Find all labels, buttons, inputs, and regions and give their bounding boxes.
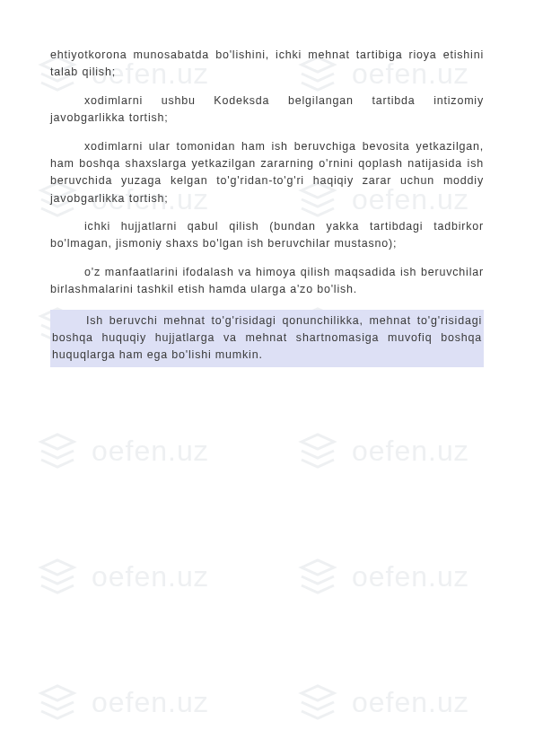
paragraph: ichki hujjatlarni qabul qilish (bundan y… — [50, 218, 484, 253]
watermark-text: oefen.uz — [92, 435, 209, 468]
watermark-text: oefen.uz — [92, 560, 209, 593]
stack-icon — [36, 429, 79, 472]
watermark-text: oefen.uz — [352, 560, 469, 593]
paragraph: ehtiyotkorona munosabatda bo'lishini, ic… — [50, 47, 484, 82]
watermark-text: oefen.uz — [352, 686, 469, 719]
stack-icon — [296, 681, 339, 724]
stack-icon — [296, 429, 339, 472]
highlighted-paragraph: Ish beruvchi mehnat to'g'risidagi qonunc… — [50, 310, 484, 367]
document-content: ehtiyotkorona munosabatda bo'lishini, ic… — [0, 0, 534, 367]
stack-icon — [296, 555, 339, 598]
watermark-text: oefen.uz — [352, 435, 469, 468]
stack-icon — [36, 681, 79, 724]
paragraph: xodimlarni ushbu Kodeksda belgilangan ta… — [50, 92, 484, 127]
stack-icon — [36, 555, 79, 598]
watermark-text: oefen.uz — [92, 686, 209, 719]
paragraph: o'z manfaatlarini ifodalash va himoya qi… — [50, 264, 484, 299]
paragraph: xodimlarni ular tomonidan ham ish beruvc… — [50, 138, 484, 208]
